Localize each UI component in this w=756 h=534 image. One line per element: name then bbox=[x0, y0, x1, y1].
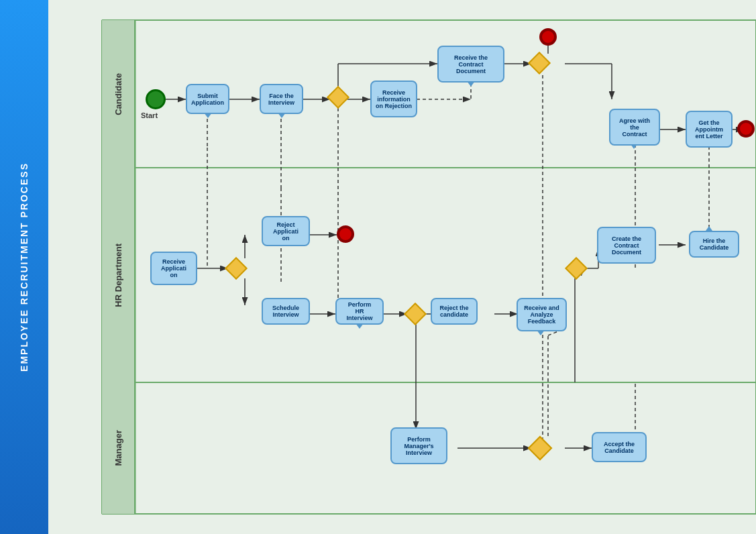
node-receive-info-rejection[interactable]: Receiveinformationon Rejection bbox=[370, 81, 417, 117]
node-get-appt-letter[interactable]: Get theAppointment Letter bbox=[686, 111, 733, 148]
node-perform-hr-interview[interactable]: PerformHRInterview bbox=[335, 298, 384, 325]
left-banner: EMPLOYEE RECRUITMENT PROCESS bbox=[0, 0, 48, 534]
node-create-contract[interactable]: Create theContractDocument bbox=[597, 227, 656, 264]
node-accept-candidate[interactable]: Accept theCandidate bbox=[592, 432, 647, 462]
node-receive-feedback[interactable]: Receive andAnalyzeFeedback bbox=[517, 298, 567, 331]
node-perform-manager-interview[interactable]: PerformManager'sInterview bbox=[390, 427, 447, 464]
node-reject-application[interactable]: RejectApplication bbox=[262, 216, 310, 246]
node-face-interview[interactable]: Face theInterview bbox=[260, 84, 303, 114]
node-receive-contract[interactable]: Receive theContractDocument bbox=[437, 46, 504, 83]
start-node bbox=[146, 89, 166, 109]
node-submit-application[interactable]: SubmitApplication bbox=[186, 84, 229, 114]
node-agree-contract[interactable]: Agree withtheContract bbox=[609, 109, 660, 146]
diagram-area: Candidate HR Department Manager Start Su… bbox=[48, 0, 756, 534]
end-node-reject bbox=[337, 225, 354, 243]
node-receive-application[interactable]: ReceiveApplication bbox=[150, 252, 197, 285]
gateway-1 bbox=[327, 86, 349, 109]
lane-label-hr: HR Department bbox=[102, 168, 136, 382]
main-container: EMPLOYEE RECRUITMENT PROCESS bbox=[0, 0, 756, 534]
lane-label-manager: Manager bbox=[102, 382, 136, 514]
start-label: Start bbox=[141, 111, 158, 119]
node-schedule-interview[interactable]: ScheduleInterview bbox=[262, 298, 310, 325]
gateway-2 bbox=[528, 52, 551, 74]
node-reject-candidate[interactable]: Reject thecandidate bbox=[431, 298, 478, 325]
node-hire-candidate[interactable]: Hire theCandidate bbox=[689, 231, 739, 258]
gateway-5 bbox=[565, 257, 588, 280]
gateway-3 bbox=[225, 257, 248, 280]
end-node-appt bbox=[737, 120, 755, 138]
diagram-title: EMPLOYEE RECRUITMENT PROCESS bbox=[19, 162, 30, 372]
lane-label-candidate: Candidate bbox=[102, 20, 136, 168]
gateway-4 bbox=[404, 303, 427, 325]
gateway-6 bbox=[528, 436, 553, 461]
end-node-top bbox=[539, 28, 557, 46]
